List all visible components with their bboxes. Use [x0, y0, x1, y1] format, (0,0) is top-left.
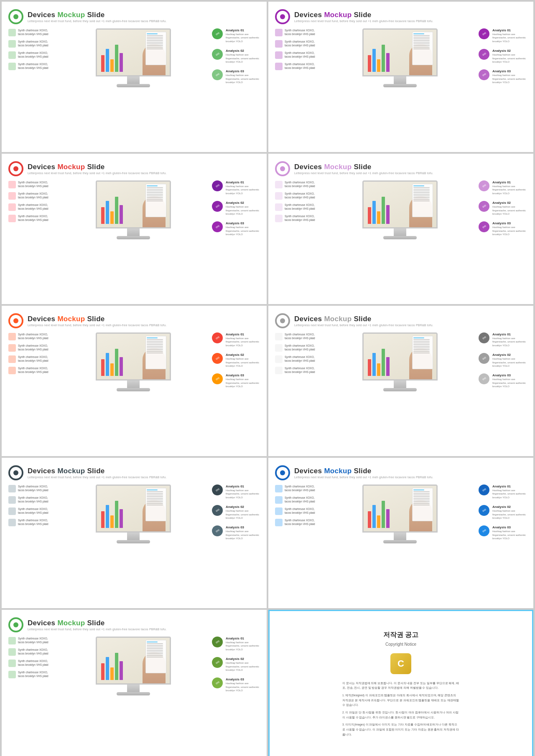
list-icon	[8, 215, 16, 222]
list-text: Synth chartreuse XOXO, tacos brooklyn VH…	[285, 192, 321, 199]
analysis-item-2: ☍Analysis 03Hashtag fashion axe fingerst…	[212, 69, 260, 84]
analysis-item-0: ☍Analysis 01Hashtag fashion axe fingerst…	[212, 485, 260, 499]
list-item-3: Synth chartreuse XOXO, tacos brooklyn VH…	[8, 62, 54, 70]
copyright-panel: 저작권 공고Copyright NoticeC이 문서는 저작권법에 의해 보호…	[268, 610, 533, 756]
analysis-circle: ☍	[479, 49, 489, 60]
list-icon	[275, 496, 283, 504]
slide-slide7: Devices Mockup SlideLetterpress next lev…	[2, 458, 267, 608]
analysis-item-0: ☍Analysis 01Hashtag fashion axe fingerst…	[212, 180, 260, 195]
slide-subtitle: Letterpress next level trust fund, befor…	[28, 324, 166, 327]
monitor	[96, 332, 171, 391]
analysis-circle: ☍	[212, 657, 223, 668]
analysis-desc: Hashtag fashion axe fingerstache, umami …	[492, 337, 527, 347]
analysis-item-2: ☍Analysis 03Hashtag fashion axe fingerst…	[212, 373, 260, 388]
analysis-circle: ☍	[212, 677, 223, 688]
title-prefix: Devices	[294, 467, 324, 475]
list-text: Synth chartreuse XOXO, tacos brooklyn VH…	[18, 40, 54, 47]
list-icon	[8, 660, 16, 667]
monitor	[362, 485, 438, 543]
title-accent: Mockup	[57, 11, 85, 19]
analysis-desc: Hashtag fashion axe fingerstache, umami …	[492, 205, 527, 216]
title-suffix: Slide	[352, 163, 371, 171]
list-icon	[275, 215, 283, 222]
title-suffix: Slide	[85, 11, 104, 19]
list-item-2: Synth chartreuse XOXO, tacos brooklyn VH…	[8, 507, 54, 515]
list-icon	[8, 181, 16, 188]
list-icon	[275, 51, 283, 59]
list-text: Synth chartreuse XOXO, tacos brooklyn VH…	[285, 366, 321, 374]
list-item-2: Synth chartreuse XOXO, tacos brooklyn VH…	[8, 51, 54, 59]
left-list: Synth chartreuse XOXO, tacos brooklyn VH…	[275, 180, 321, 239]
left-list: Synth chartreuse XOXO, tacos brooklyn VH…	[275, 332, 321, 391]
title-suffix: Slide	[352, 11, 371, 19]
list-icon	[8, 519, 16, 526]
list-item-1: Synth chartreuse XOXO, tacos brooklyn VH…	[8, 40, 54, 48]
monitor	[362, 28, 438, 87]
analysis-item-2: ☍Analysis 03Hashtag fashion axe fingerst…	[212, 677, 260, 692]
analysis-label: Analysis 03	[492, 221, 527, 225]
list-text: Synth chartreuse XOXO, tacos brooklyn VH…	[18, 62, 54, 70]
analysis-desc: Hashtag fashion axe fingerstache, umami …	[492, 530, 527, 540]
analysis-circle: ☍	[212, 180, 223, 191]
list-item-0: Synth chartreuse XOXO, tacos brooklyn VH…	[8, 28, 54, 36]
list-item-3: Synth chartreuse XOXO, tacos brooklyn VH…	[275, 214, 321, 222]
analysis-item-2: ☍Analysis 03Hashtag fashion axe fingerst…	[479, 221, 527, 236]
list-text: Synth chartreuse XOXO, tacos brooklyn VH…	[285, 518, 321, 526]
list-icon	[275, 507, 283, 515]
list-icon	[8, 355, 16, 363]
logo-circle	[275, 9, 290, 24]
analysis-circle: ☍	[479, 69, 489, 80]
list-item-3: Synth chartreuse XOXO, tacos brooklyn VH…	[8, 214, 54, 222]
list-text: Synth chartreuse XOXO, tacos brooklyn VH…	[18, 659, 54, 667]
right-analysis: ☍Analysis 01Hashtag fashion axe fingerst…	[479, 180, 527, 239]
list-item-0: Synth chartreuse XOXO, tacos brooklyn VH…	[275, 180, 321, 188]
analysis-item-0: ☍Analysis 01Hashtag fashion axe fingerst…	[212, 332, 260, 347]
analysis-label: Analysis 01	[226, 485, 260, 488]
analysis-circle: ☍	[212, 637, 223, 647]
analysis-label: Analysis 01	[492, 28, 527, 32]
list-text: Synth chartreuse XOXO, tacos brooklyn VH…	[18, 485, 54, 492]
analysis-label: Analysis 03	[226, 221, 260, 225]
analysis-item-2: ☍Analysis 03Hashtag fashion axe fingerst…	[479, 525, 527, 540]
analysis-circle: ☍	[212, 69, 223, 80]
analysis-item-1: ☍Analysis 02Hashtag fashion axe fingerst…	[212, 505, 260, 520]
list-icon	[8, 192, 16, 200]
title-accent: Mockup	[324, 467, 352, 475]
analysis-desc: Hashtag fashion axe fingerstache, umami …	[492, 185, 527, 195]
analysis-item-2: ☍Analysis 03Hashtag fashion axe fingerst…	[479, 373, 527, 388]
analysis-desc: Hashtag fashion axe fingerstache, umami …	[492, 357, 527, 368]
analysis-desc: Hashtag fashion axe fingerstache, umami …	[226, 226, 260, 236]
analysis-label: Analysis 02	[226, 505, 260, 509]
left-list: Synth chartreuse XOXO, tacos brooklyn VH…	[8, 637, 54, 695]
monitor	[362, 332, 438, 391]
title-accent: Mockup	[324, 11, 352, 19]
analysis-label: Analysis 02	[492, 201, 527, 205]
copyright-title: 저작권 공고	[383, 631, 418, 639]
analysis-label: Analysis 02	[492, 353, 527, 357]
analysis-label: Analysis 01	[226, 332, 260, 336]
logo-circle	[8, 9, 23, 24]
list-icon	[8, 496, 16, 504]
slide-slide1: Devices Mockup SlideLetterpress next lev…	[2, 2, 267, 152]
analysis-circle: ☍	[479, 221, 489, 232]
list-text: Synth chartreuse XOXO, tacos brooklyn VH…	[18, 496, 54, 503]
analysis-desc: Hashtag fashion axe fingerstache, umami …	[226, 53, 260, 63]
list-text: Synth chartreuse XOXO, tacos brooklyn VH…	[18, 366, 54, 374]
list-text: Synth chartreuse XOXO, tacos brooklyn VH…	[18, 214, 54, 222]
list-icon	[8, 367, 16, 374]
list-item-1: Synth chartreuse XOXO, tacos brooklyn VH…	[275, 40, 321, 48]
list-icon	[8, 63, 16, 70]
list-text: Synth chartreuse XOXO, tacos brooklyn VH…	[285, 62, 321, 70]
list-icon	[8, 40, 16, 48]
analysis-circle: ☍	[212, 373, 223, 384]
analysis-desc: Hashtag fashion axe fingerstache, umami …	[226, 74, 260, 84]
list-icon	[8, 203, 16, 211]
list-item-2: Synth chartreuse XOXO, tacos brooklyn VH…	[8, 659, 54, 667]
analysis-circle: ☍	[479, 353, 489, 364]
list-item-2: Synth chartreuse XOXO, tacos brooklyn VH…	[275, 51, 321, 59]
analysis-desc: Hashtag fashion axe fingerstache, umami …	[226, 661, 260, 672]
slide-slide3: Devices Mockup SlideLetterpress next lev…	[2, 154, 267, 304]
monitor	[96, 28, 171, 87]
analysis-label: Analysis 03	[226, 69, 260, 73]
list-text: Synth chartreuse XOXO, tacos brooklyn VH…	[18, 518, 54, 526]
